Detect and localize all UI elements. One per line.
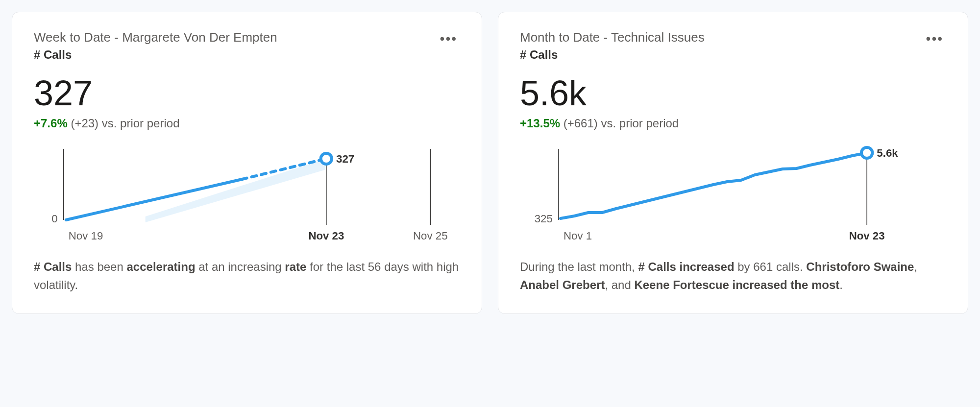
x-axis-end: Nov 25 bbox=[413, 230, 447, 242]
delta-percent: +7.6% bbox=[34, 117, 68, 130]
svg-point-8 bbox=[861, 147, 872, 158]
delta-context: (+661) vs. prior period bbox=[560, 117, 679, 130]
card-title: Month to Date - Technical Issues bbox=[520, 30, 923, 45]
card-title: Week to Date - Margarete Von Der Empten bbox=[34, 30, 437, 45]
sparkline-chart: 325 5.6k Nov 1 Nov 23 bbox=[520, 144, 946, 242]
card-header: Week to Date - Margarete Von Der Empten … bbox=[34, 30, 460, 62]
kpi-delta: +13.5% (+661) vs. prior period bbox=[520, 117, 946, 130]
title-block: Month to Date - Technical Issues # Calls bbox=[520, 30, 923, 62]
sparkline-chart: 0 327 Nov 19 Nov 23 Nov 25 bbox=[34, 144, 460, 242]
x-axis-start: Nov 1 bbox=[564, 230, 592, 242]
x-axis-highlight: Nov 23 bbox=[849, 230, 885, 242]
svg-point-5 bbox=[321, 153, 332, 164]
more-icon: ••• bbox=[926, 31, 943, 46]
delta-context: (+23) vs. prior period bbox=[68, 117, 180, 130]
point-label: 5.6k bbox=[877, 147, 898, 159]
card-subtitle: # Calls bbox=[34, 48, 437, 62]
more-options-button[interactable]: ••• bbox=[437, 30, 460, 48]
more-options-button[interactable]: ••• bbox=[923, 30, 946, 48]
y-axis-origin: 0 bbox=[51, 213, 57, 225]
y-axis-origin: 325 bbox=[535, 213, 553, 225]
point-label: 327 bbox=[336, 153, 354, 165]
kpi-card-month-to-date: Month to Date - Technical Issues # Calls… bbox=[498, 12, 968, 314]
kpi-value: 5.6k bbox=[520, 75, 946, 111]
title-block: Week to Date - Margarete Von Der Empten … bbox=[34, 30, 437, 62]
insight-text: # Calls has been accelerating at an incr… bbox=[34, 258, 460, 294]
x-axis-start: Nov 19 bbox=[69, 230, 103, 242]
insight-text: During the last month, # Calls increased… bbox=[520, 258, 946, 294]
dashboard: Week to Date - Margarete Von Der Empten … bbox=[12, 12, 968, 314]
delta-percent: +13.5% bbox=[520, 117, 560, 130]
card-header: Month to Date - Technical Issues # Calls… bbox=[520, 30, 946, 62]
kpi-card-week-to-date: Week to Date - Margarete Von Der Empten … bbox=[12, 12, 482, 314]
kpi-value: 327 bbox=[34, 75, 460, 111]
kpi-delta: +7.6% (+23) vs. prior period bbox=[34, 117, 460, 130]
svg-marker-2 bbox=[146, 159, 326, 222]
card-subtitle: # Calls bbox=[520, 48, 923, 62]
more-icon: ••• bbox=[440, 31, 457, 46]
x-axis-highlight: Nov 23 bbox=[308, 230, 344, 242]
